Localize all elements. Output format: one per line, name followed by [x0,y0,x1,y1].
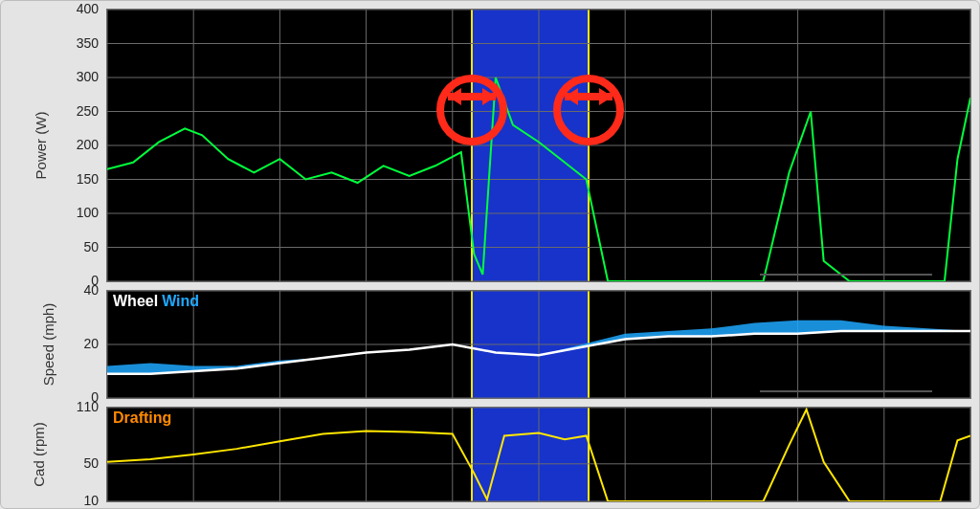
svg-marker-22 [482,88,496,105]
panel-speed: Speed (mph) 02040 WheelWind [11,290,971,399]
drag-right-indicator-icon [553,75,624,145]
mini-scroll-track [760,274,932,276]
yticks-power: 050100150200250300350400 [35,9,104,282]
ytick: 250 [77,103,99,119]
svg-marker-21 [448,88,461,105]
ytick: 150 [77,171,99,187]
mini-scroll-track [760,390,932,392]
ytick: 350 [77,35,99,51]
chart-stack: Power (W) 050100150200250300350400 [11,9,971,502]
plot-power[interactable] [106,9,971,282]
plot-speed[interactable]: WheelWind [106,290,971,399]
plot-cadence[interactable]: Drafting [106,407,971,502]
yticks-speed: 02040 [35,290,104,399]
ytick: 400 [77,1,99,16]
ytick: 200 [77,137,99,152]
yticks-cad: 1050110 [35,407,104,502]
ytick: 50 [83,455,99,471]
panel-cadence: Cad (rpm) 1050110 Drafting [11,407,971,502]
ytick: 50 [83,239,99,254]
drag-left-indicator-icon [436,75,507,145]
ytick: 300 [77,69,99,84]
svg-marker-24 [565,88,578,105]
ytick: 110 [77,399,99,414]
power-line [107,10,970,281]
ytick: 10 [83,493,99,508]
ytick: 100 [77,205,99,220]
ytick: 20 [83,336,99,351]
panel-power: Power (W) 050100150200250300350400 [11,9,971,282]
cadence-line [107,408,970,501]
ytick: 40 [83,282,99,298]
svg-marker-25 [599,88,612,105]
chart-frame: Power (W) 050100150200250300350400 [0,0,980,509]
speed-lines [107,291,970,398]
